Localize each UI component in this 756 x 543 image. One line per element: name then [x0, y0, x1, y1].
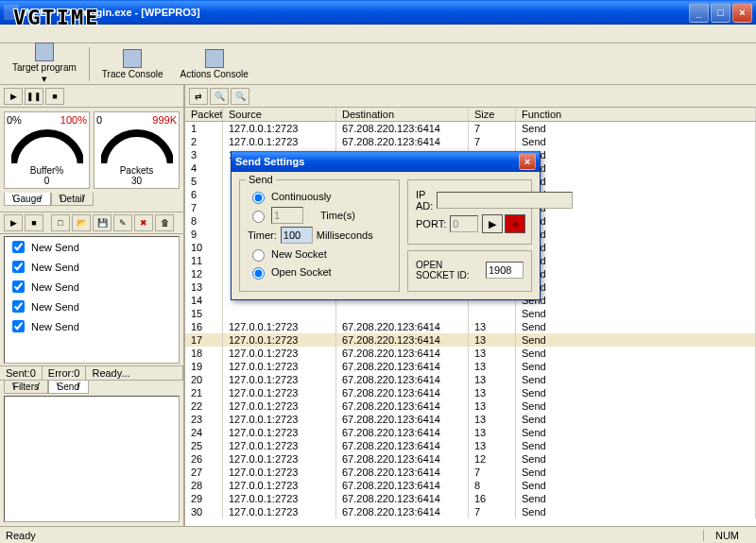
watermark-logo: VGTIME: [13, 6, 99, 29]
window-titlebar: WPE PRO - alogin.exe - [WPEPRO3] _ □ ×: [0, 0, 756, 25]
window-title: WPE PRO - alogin.exe - [WPEPRO3]: [23, 7, 687, 18]
trace-icon: [123, 49, 142, 68]
target-icon: [35, 42, 54, 61]
close-button[interactable]: ×: [732, 3, 752, 23]
actions-console-button[interactable]: Actions Console: [173, 46, 254, 82]
minimize-button[interactable]: _: [689, 3, 709, 23]
menubar: [0, 25, 756, 43]
trace-console-button[interactable]: Trace Console: [95, 46, 170, 82]
main-toolbar: Target program ▾ Trace Console Actions C…: [0, 43, 756, 85]
actions-icon: [205, 49, 224, 68]
target-program-button[interactable]: Target program ▾: [6, 40, 83, 85]
toolbar-separator: [89, 47, 90, 81]
dropdown-icon: ▾: [42, 73, 47, 85]
maximize-button[interactable]: □: [711, 3, 730, 23]
